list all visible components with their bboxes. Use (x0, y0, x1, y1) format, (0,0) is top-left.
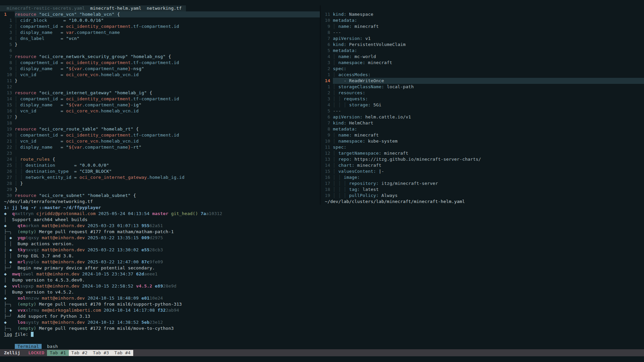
line-number: 13 (4, 90, 15, 96)
line-number: 5 (325, 108, 333, 114)
text-line: 10 metadata: (325, 17, 644, 23)
line-number: 10 (325, 138, 333, 144)
buffer-tab-networking[interactable]: networking.tf (147, 5, 182, 11)
code-lines-terraform: 1 resource "oci_core_vcn" "homelab_vcn" … (4, 11, 320, 199)
text-line: ◆ qtnorkxn matt@einhorn.dev 2025-03-23 0… (4, 223, 644, 229)
text-line: 12 (4, 84, 320, 90)
line-number: 2 (325, 66, 333, 72)
line-number: 28 (4, 180, 15, 187)
text-line: 25 │ │ destination = "0.0.0.0/0" (4, 162, 320, 168)
line-number: 11 (325, 144, 333, 150)
line-number: 4 (4, 36, 15, 42)
line-number: 18 (325, 187, 333, 193)
line-number: 17 (4, 114, 15, 120)
text-line: 27 │ │ network_entity_id = oci_core_inte… (4, 174, 320, 180)
line-number: 11 (4, 78, 15, 84)
text-line: 17 │ │ │ repository: itzg/minecraft-serv… (325, 180, 644, 187)
line-number: 5 (325, 48, 333, 54)
line-number: 9 (325, 23, 333, 30)
text-line: │ Bump version to 4.5.3.dev0. (4, 277, 644, 283)
zellij-tab-2[interactable]: Tab #2 (71, 350, 88, 355)
line-number: 16 (4, 108, 15, 114)
zellij-status-bar: Zellij LOCKED Tab #1 Tab #2Tab #3Tab #4 (0, 349, 644, 356)
zellij-tab-1[interactable]: Tab #1 (47, 350, 68, 356)
text-line: 10 │ namespace: kube-system (325, 138, 644, 144)
text-line: 6 kind: PersistentVolumeClaim (325, 42, 644, 48)
line-number: 19 (4, 126, 15, 132)
text-line: ◆ qmxttryn cjriddz@protonmail.com 2025-0… (4, 211, 644, 217)
text-line: 11 } (4, 78, 320, 84)
line-number: 6 (325, 114, 333, 120)
line-number: 3 (325, 60, 333, 66)
line-number: 16 (325, 174, 333, 180)
text-line: 12 │ targetNamespace: minecraft (325, 150, 644, 156)
text-line: 14 │ │ - ReadWriteOnce (325, 78, 644, 84)
text-line: │ Support aarch64 wheel builds (4, 217, 644, 223)
tab-terminal[interactable]: Terminal (15, 344, 42, 349)
text-line: ◆ xolmnzvw matt@einhorn.dev 2024-10-15 1… (4, 295, 644, 301)
buffer-tab-minecraft-helm[interactable]: minecraft-helm.yaml (90, 5, 142, 11)
text-line: 15 │ display_name = "${var.compartment_n… (4, 102, 320, 108)
editor-pane-minecraft-helm[interactable]: 11 kind: Namespace10 metadata: 9 │ name:… (321, 11, 644, 205)
text-line: │ ◆ mrlyvplo matt@einhorn.dev 2025-03-22… (4, 259, 644, 265)
jj-log-output: ◆ qmxttryn cjriddz@protonmail.com 2025-0… (4, 211, 644, 338)
zellij-session: minecraft-restic-secrets.yaml minecraft-… (0, 0, 644, 362)
line-number: 8 (325, 30, 333, 36)
mode-indicator-locked: LOCKED (28, 350, 44, 356)
text-line: 2 │ compartment_id = oci_identity_compar… (4, 23, 320, 30)
line-number: 8 (4, 60, 15, 66)
text-line: 5 } (4, 42, 320, 48)
text-line: 23 (4, 150, 320, 156)
editor-pane-networking-tf[interactable]: minecraft-restic-secrets.yaml minecraft-… (0, 5, 320, 205)
line-number: 20 (4, 132, 15, 138)
text-line: 1 resource "oci_core_vcn" "homelab_vcn" … (4, 11, 320, 17)
text-line: 20 │ compartment_id = oci_identity_compa… (4, 132, 320, 138)
line-number: 7 (325, 36, 333, 42)
text-line: 8 --- (325, 30, 644, 36)
line-number: 29 (4, 187, 15, 193)
file-path-left: ~/dev/lab/terraform/networking.tf (4, 199, 320, 205)
text-line: 10 │ vcn_id = oci_core_vcn.homelab_vcn.i… (4, 72, 320, 78)
text-line: 30 resource "oci_core_subnet" "homelab_s… (4, 193, 320, 199)
line-number: 1 (325, 84, 333, 90)
line-number: 18 (4, 120, 15, 126)
line-number: 25 (4, 162, 15, 168)
text-line: 2 │ resources: (325, 90, 644, 96)
line-number: 21 (4, 138, 15, 144)
text-line: 7 apiVersion: v1 (325, 36, 644, 42)
line-number: 4 (325, 54, 333, 60)
zellij-inactive-tabs: Tab #2Tab #3Tab #4 (69, 350, 134, 356)
text-line: 8 metadata: (325, 126, 644, 132)
line-number: 7 (325, 120, 333, 126)
line-number: 4 (325, 102, 333, 108)
line-number: 6 (325, 42, 333, 48)
terminal-pane[interactable]: 1: jj log -r ::master ~/d/ffpyplayer ◆ q… (0, 205, 644, 338)
line-number: 6 (4, 48, 15, 54)
text-line: 26 │ │ destination_type = "CIDR_BLOCK" (4, 168, 320, 174)
zellij-tab-3[interactable]: Tab #3 (93, 350, 109, 355)
tab-bash[interactable]: bash (47, 344, 58, 349)
text-line: 9 │ name: minecraft (325, 132, 644, 138)
text-line: ├─╮ (empty) Merge pull request #172 from… (4, 325, 644, 331)
line-number: 12 (325, 150, 333, 156)
code-lines-yaml: 11 kind: Namespace10 metadata: 9 │ name:… (325, 11, 644, 199)
pane-title: 1: jj log -r ::master ~/d/ffpyplayer (4, 205, 644, 211)
text-line: 9 │ name: minecraft (325, 23, 644, 30)
buffer-tab-minecraft-restic-secrets[interactable]: minecraft-restic-secrets.yaml (7, 5, 85, 11)
text-line: 4 │ name: mc-world (325, 54, 644, 60)
text-line: │ │ Drop EOL 3.7 and 3.8. (4, 253, 644, 259)
text-line: 28 │ } (4, 180, 320, 187)
zellij-tab-4[interactable]: Tab #4 (114, 350, 131, 355)
text-line: 5 metadata: (325, 48, 644, 54)
text-line: ◆ losuysty matt@einhorn.dev 2024-10-12 1… (4, 319, 644, 325)
text-line: 5 --- (325, 108, 644, 114)
line-number: 3 (325, 96, 333, 102)
prompt-line[interactable]: log file: (4, 331, 644, 338)
text-line: 18 │ │ │ tag: latest (325, 187, 644, 193)
line-number: 14 (325, 162, 333, 168)
text-line: 3 │ namespace: minecraft (325, 60, 644, 66)
text-line: 7 kind: HelmChart (325, 120, 644, 126)
text-line: 8 │ compartment_id = oci_identity_compar… (4, 60, 320, 66)
line-number: 7 (4, 54, 15, 60)
line-number: 11 (325, 11, 333, 17)
